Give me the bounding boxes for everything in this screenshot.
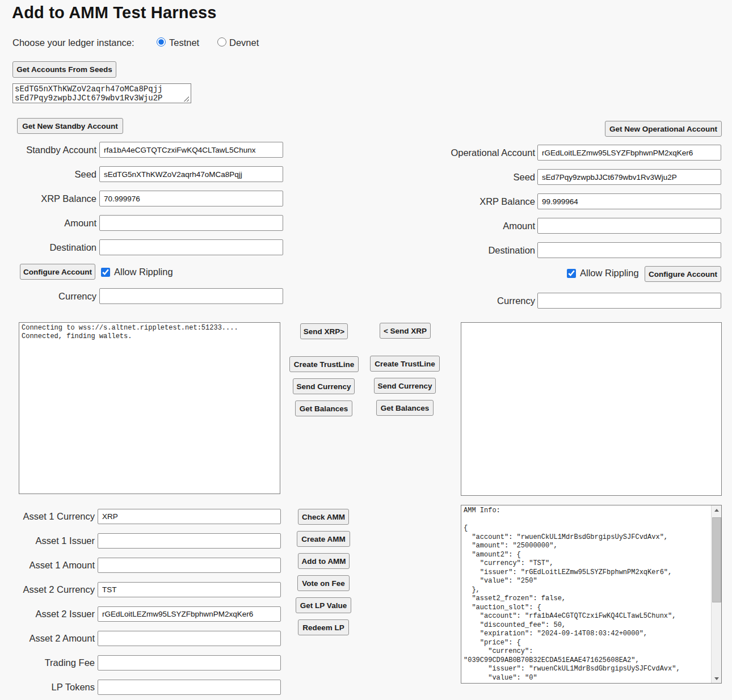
asset2-issuer-input[interactable]: [98, 606, 281, 622]
standby-get-balances-button[interactable]: Get Balances: [295, 400, 352, 416]
operational-seed-input[interactable]: [537, 169, 721, 185]
operational-configure-account-button[interactable]: Configure Account: [645, 266, 721, 282]
vote-on-fee-button[interactable]: Vote on Fee: [297, 575, 350, 591]
standby-amount-input[interactable]: [99, 215, 283, 231]
operational-log-textarea[interactable]: [461, 322, 722, 496]
standby-log-textarea[interactable]: Connecting to wss://s.altnet.rippletest.…: [19, 322, 280, 494]
scrollbar-up-icon[interactable]: [712, 505, 721, 515]
asset2-currency-input[interactable]: [98, 582, 281, 597]
devnet-label[interactable]: Devnet: [229, 36, 259, 49]
scrollbar-down-icon[interactable]: [712, 674, 721, 683]
standby-destination-label: Destination: [6, 239, 96, 255]
standby-xrp-balance-input[interactable]: [99, 191, 283, 206]
lp-tokens-input[interactable]: [98, 680, 281, 695]
operational-xrp-balance-label: XRP Balance: [393, 193, 535, 209]
standby-amount-label: Amount: [6, 215, 96, 231]
operational-send-xrp-button[interactable]: < Send XRP: [380, 323, 431, 339]
page-title: Add to AMM Test Harness: [12, 3, 217, 22]
scrollbar-thumb[interactable]: [712, 517, 721, 602]
check-amm-button[interactable]: Check AMM: [298, 509, 349, 525]
standby-seed-input[interactable]: [99, 166, 283, 182]
testnet-label[interactable]: Testnet: [169, 36, 199, 49]
standby-allow-rippling-checkbox[interactable]: [101, 268, 110, 277]
standby-allow-rippling-label: Allow Rippling: [114, 264, 173, 280]
trading-fee-label: Trading Fee: [6, 655, 95, 671]
operational-account-input[interactable]: [537, 145, 721, 161]
asset1-amount-input[interactable]: [98, 558, 281, 573]
operational-send-currency-button[interactable]: Send Currency: [374, 378, 436, 394]
operational-create-trustline-button[interactable]: Create TrustLine: [370, 356, 440, 372]
seeds-textarea[interactable]: sEdTG5nXThKWZoV2aqrh47oMCa8Pqjj sEd7Pqy9…: [12, 83, 191, 103]
amm-info-scrollbar[interactable]: [711, 505, 721, 683]
lp-tokens-label: LP Tokens: [6, 680, 95, 695]
amm-info-textarea[interactable]: AMM Info: { "account": "rwuenCkUL1MdrBsd…: [461, 505, 722, 684]
standby-seed-label: Seed: [6, 166, 96, 182]
operational-allow-rippling-checkbox[interactable]: [567, 269, 576, 278]
get-lp-value-button[interactable]: Get LP Value: [296, 597, 351, 613]
standby-destination-input[interactable]: [99, 239, 283, 255]
standby-currency-label: Currency: [6, 288, 96, 304]
standby-account-label: Standby Account: [6, 142, 96, 158]
operational-amount-label: Amount: [393, 218, 535, 234]
operational-currency-input[interactable]: [537, 293, 721, 309]
operational-account-label: Operational Account: [393, 145, 535, 161]
operational-xrp-balance-input[interactable]: [537, 193, 721, 209]
testnet-radio[interactable]: [157, 37, 166, 47]
ledger-instance-label: Choose your ledger instance:: [12, 36, 134, 49]
amm-info-content: AMM Info: { "account": "rwuenCkUL1MdrBsd…: [461, 505, 712, 683]
devnet-radio[interactable]: [217, 37, 226, 47]
standby-create-trustline-button[interactable]: Create TrustLine: [289, 356, 359, 372]
standby-configure-account-button[interactable]: Configure Account: [20, 264, 95, 280]
standby-currency-input[interactable]: [99, 288, 283, 304]
operational-destination-label: Destination: [393, 242, 535, 258]
operational-allow-rippling-label: Allow Rippling: [580, 265, 639, 281]
operational-seed-label: Seed: [393, 169, 535, 185]
asset2-currency-label: Asset 2 Currency: [6, 582, 95, 597]
asset1-issuer-label: Asset 1 Issuer: [6, 533, 95, 549]
operational-destination-input[interactable]: [537, 242, 721, 258]
asset1-currency-input[interactable]: [98, 509, 281, 524]
asset2-amount-input[interactable]: [98, 631, 281, 646]
asset1-amount-label: Asset 1 Amount: [6, 558, 95, 573]
standby-account-input[interactable]: [99, 142, 283, 158]
asset2-issuer-label: Asset 2 Issuer: [6, 606, 95, 622]
standby-send-currency-button[interactable]: Send Currency: [293, 378, 355, 394]
redeem-lp-button[interactable]: Redeem LP: [298, 619, 349, 635]
standby-xrp-balance-label: XRP Balance: [6, 191, 96, 206]
operational-currency-label: Currency: [393, 293, 535, 309]
standby-send-xrp-button[interactable]: Send XRP>: [300, 323, 348, 339]
get-new-operational-account-button[interactable]: Get New Operational Account: [605, 121, 722, 137]
operational-get-balances-button[interactable]: Get Balances: [376, 400, 434, 416]
get-accounts-from-seeds-button[interactable]: Get Accounts From Seeds: [12, 61, 116, 78]
trading-fee-input[interactable]: [98, 655, 281, 671]
add-to-amm-button[interactable]: Add to AMM: [298, 553, 350, 569]
get-new-standby-account-button[interactable]: Get New Standby Account: [17, 118, 123, 134]
create-amm-button[interactable]: Create AMM: [297, 531, 350, 547]
operational-amount-input[interactable]: [537, 218, 721, 234]
asset2-amount-label: Asset 2 Amount: [6, 631, 95, 646]
asset1-issuer-input[interactable]: [98, 533, 281, 549]
asset1-currency-label: Asset 1 Currency: [6, 509, 95, 524]
